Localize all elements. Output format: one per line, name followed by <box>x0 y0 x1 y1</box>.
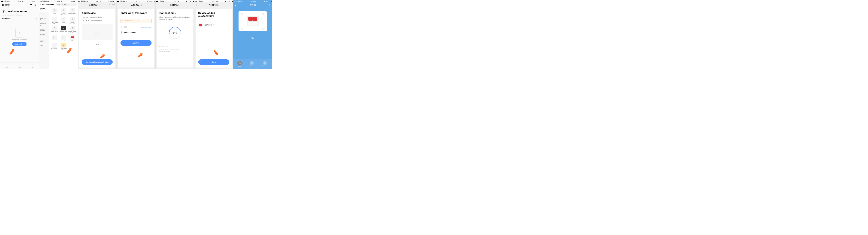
power-button[interactable]: ⏻Power <box>237 61 242 67</box>
prod-scenario-switch-zb[interactable]: ▯Scenario Switch (ZigBee) <box>68 26 76 33</box>
instruction: Place your router, mobile phone, and dev… <box>159 16 190 21</box>
password-input[interactable]: ••••••••••••• <box>124 32 152 33</box>
mic-icon[interactable]: 🎙 <box>30 3 32 7</box>
back-button[interactable]: ‹ <box>80 3 81 6</box>
wifi-icon: ᯤ <box>243 1 244 2</box>
device-name: HEY100 <box>205 24 212 26</box>
back-button[interactable]: ‹ <box>235 3 236 7</box>
back-button[interactable]: ‹ <box>40 3 41 6</box>
network-thumbnail <box>124 26 127 28</box>
heading: Enter Wi-Fi Password <box>121 11 152 14</box>
screen-success: 中国移动ᯤ 5:31 PM ➤69% ‹ Add Device Device a… <box>194 0 233 69</box>
empty-state-icon: ＋ <box>16 28 23 37</box>
page-title: Add Device <box>89 4 99 6</box>
page-title: Add Device <box>131 4 142 6</box>
timer-button[interactable]: ⏱Timer <box>250 61 254 67</box>
power-icon: ⏻ <box>237 61 242 66</box>
status-init: Initializing device… <box>159 50 190 53</box>
category-sidebar: Electrical Engineeri… Lighting Large Hom… <box>39 7 49 69</box>
search-input[interactable] <box>56 3 76 6</box>
tab-all-devices[interactable]: All Devices <box>2 18 11 20</box>
empty-state-text: No devices, please add <box>0 39 39 40</box>
back-button[interactable]: ‹ <box>118 3 119 6</box>
tab-me[interactable]: ☺Me <box>31 64 34 68</box>
weather-sun-icon <box>2 9 7 14</box>
screw-icon <box>241 28 243 30</box>
product-grid: ⎉Socket ⎉Socket (Bluetooth) ⎉Socket (Zig… <box>49 7 78 69</box>
page-title: Add Device <box>170 4 181 6</box>
location-selector[interactable]: 我的家.. ˅ <box>2 3 14 7</box>
instruction-line-1: Power on the device and confirm <box>82 16 113 19</box>
status-bar: 中国移动ᯤ 5:31 PM ➤70% <box>117 0 155 2</box>
edit-icon[interactable]: ✎ <box>213 24 214 26</box>
screen-add-manually: 中国移动ᯤ 5:30 PM ➤70% ‹ Add Manually ⛶ Elec… <box>39 0 78 69</box>
screen-connecting: 中国移动ᯤ 5:31 PM ➤70% ‹ Add Device Connecti… <box>156 0 194 69</box>
back-button[interactable]: ‹ <box>196 3 197 6</box>
status-bar: 中国移动ᯤ 5:30 PM ➤70% <box>39 0 78 2</box>
wifi-icon: ᯤ <box>9 1 10 2</box>
wifi-icon: ᯤ <box>87 1 88 2</box>
change-network-link[interactable]: Change Network <box>141 27 152 28</box>
heading: Connecting... <box>159 11 190 14</box>
status-register: Register Device to Smart Cloud <box>159 48 190 50</box>
done-button[interactable]: Done <box>198 59 229 65</box>
location-arrow-icon: ➤ <box>69 1 71 2</box>
battery-icon <box>230 1 232 2</box>
prod-socket[interactable]: ⎉Socket <box>50 8 59 15</box>
cat-lighting[interactable]: Lighting <box>39 12 49 16</box>
prod-switch[interactable]: ▯Switch <box>59 16 67 24</box>
clock: 5:31 PM <box>174 1 179 2</box>
battery-icon <box>269 1 271 2</box>
confirm-blink-button[interactable]: Confirm indicator rapidly blink <box>82 59 113 65</box>
cat-others[interactable]: Others <box>39 43 49 47</box>
prod-socket-zb[interactable]: ⎉Socket (ZigBee) <box>68 8 76 15</box>
location-arrow-icon: ➤ <box>186 1 187 2</box>
status-list: Device found Register Device to Smart Cl… <box>159 46 190 53</box>
instruction-line-2: that indicator light rapidly blinks <box>82 19 113 22</box>
tab-smart[interactable]: ☼Smart <box>18 64 21 68</box>
ap-mode-link[interactable]: AP Mode <box>108 4 115 6</box>
prod-curtain-switch[interactable]: ▯Curtain Switch (ZigBee) <box>50 16 59 24</box>
screen-wifi-password: 中国移动ᯤ 5:31 PM ➤70% ‹ Add Device Enter Wi… <box>117 0 156 69</box>
prod-switch-bt[interactable]: ▯Switch (Bluetooth) <box>68 16 76 24</box>
breaker-illustration <box>247 16 259 26</box>
battery-pct: 70% <box>32 1 35 2</box>
prod-breaker[interactable]: ▭Breaker <box>50 35 59 41</box>
screw-icon <box>262 13 264 14</box>
add-icon[interactable]: ＋ <box>34 3 37 7</box>
wifi-icon: ᯤ <box>121 26 123 28</box>
device-card <box>239 11 267 31</box>
cat-large-appliance[interactable]: Large Home Ap… <box>39 16 49 22</box>
status-device-found: Device found <box>159 46 190 48</box>
device-thumbnail <box>198 23 203 27</box>
prod-air-conditioner[interactable]: ▯Air Conditio… <box>50 43 59 50</box>
prod-power-strip[interactable]: ▭Power Strip <box>59 35 67 41</box>
prod-scenario-switch[interactable]: ■Scenario Switch <box>59 26 67 33</box>
chevron-right-icon[interactable]: › <box>37 14 37 15</box>
wifi-icon: ᯤ <box>204 1 205 2</box>
wifi-icon: ᯤ <box>165 1 166 2</box>
help-link[interactable]: Help <box>82 43 113 45</box>
tab-home[interactable]: ⌂Home <box>5 64 8 68</box>
prod-mcb[interactable]: MCB <box>68 35 76 41</box>
battery-icon <box>113 1 116 2</box>
more-icon[interactable]: ••• <box>35 18 37 20</box>
cat-exercise[interactable]: Exercise & Health <box>39 38 49 43</box>
cat-electrical[interactable]: Electrical Engineeri… <box>39 7 49 12</box>
prod-switch-zb[interactable]: ▯Switch (ZigBee) <box>50 26 59 33</box>
prod-socket-bt[interactable]: ⎉Socket (Bluetooth) <box>59 8 67 15</box>
countdown-button[interactable]: ⧗Countdown <box>262 61 268 67</box>
cat-kitchen[interactable]: Kitchen Appliance <box>39 27 49 32</box>
edit-icon[interactable]: ✎ <box>269 4 270 6</box>
cat-security[interactable]: Security & Sensor <box>39 32 49 38</box>
add-device-button[interactable]: Add Device <box>12 42 26 46</box>
blink-indicator-illustration <box>82 24 113 40</box>
status-bar: 中国移动ᯤ 5:31 PM ➤70% <box>78 0 117 2</box>
clock: 5:32 PM <box>251 1 256 2</box>
prod-scenario-light[interactable]: ●Scenario Light So… <box>59 43 67 50</box>
welcome-subtitle[interactable]: Set your home location for more informa… <box>2 14 25 15</box>
cat-small-appliance[interactable]: Small Home Ap… <box>39 22 49 27</box>
confirm-button[interactable]: Confirm <box>121 40 152 46</box>
screen-add-device-confirm: 中国移动ᯤ 5:31 PM ➤70% ‹ Add Device AP Mode … <box>78 0 117 69</box>
back-button[interactable]: ‹ <box>157 3 158 6</box>
